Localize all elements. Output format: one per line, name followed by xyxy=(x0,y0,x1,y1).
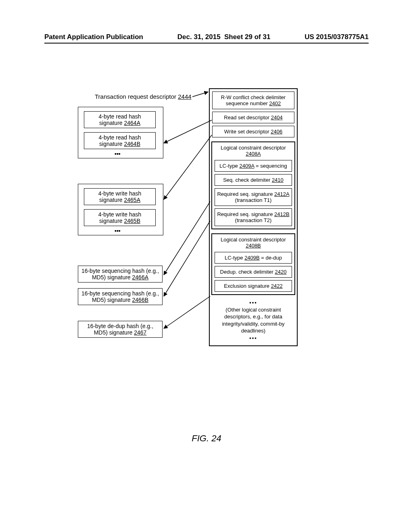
lc-a-required-sig-a-line2: (transaction T1) xyxy=(217,197,290,203)
header-left: Patent Application Publication xyxy=(44,33,143,41)
logical-constraint-a-title: Logical constraint descriptor 2408A xyxy=(212,143,294,158)
write-hash-a-line2: signature 2465A xyxy=(87,197,153,203)
read-hash-a-line2: signature 2464A xyxy=(87,120,153,126)
lc-a-type-ref: 2409A xyxy=(239,163,254,169)
header-right: US 2015/0378775A1 xyxy=(305,33,369,41)
write-hash-ellipsis: ••• xyxy=(115,228,121,234)
write-hash-b-ref: 2465B xyxy=(124,218,140,224)
read-hash-b-line2: signature 2464B xyxy=(87,141,153,147)
header-center: Dec. 31, 2015 Sheet 29 of 31 xyxy=(177,33,271,41)
figure-label: FIG. 24 xyxy=(0,433,413,444)
read-hash-a-line1: 4-byte read hash xyxy=(87,113,153,120)
seq-hash-b-line1: 16-byte sequencing hash (e.g., xyxy=(81,290,160,297)
logical-constraint-b-title: Logical constraint descriptor 2408B xyxy=(212,235,294,249)
lc-a-required-sig-a-line1: Required seq. signature 2412A xyxy=(217,191,290,197)
read-hash-a: 4-byte read hash signature 2464A xyxy=(84,111,156,128)
svg-line-4 xyxy=(164,221,210,296)
lc-b-exclusion-ref: 2422 xyxy=(271,283,283,289)
lc-a-seq-delim-ref: 2410 xyxy=(272,177,284,183)
dedup-hash-line1: 16-byte de-dup hash (e.g., xyxy=(81,323,160,329)
descriptor-column: R-W conflict check delimiter sequence nu… xyxy=(209,88,298,346)
svg-line-5 xyxy=(164,296,210,328)
dedup-hash-ref: 2467 xyxy=(134,329,146,336)
dedup-hash-line2: MD5) signature 2467 xyxy=(81,329,160,336)
lc-b-type: LC-type 2409B = de-dup xyxy=(215,252,292,264)
logical-constraint-b-ref: 2408B xyxy=(246,243,261,249)
lc-a-required-sig-b: Required seq. signature 2412B (transacti… xyxy=(215,208,292,226)
seq-hash-a-line2: MD5) signature 2466A xyxy=(81,274,160,281)
read-set-descriptor: Read set descriptor 2404 xyxy=(212,112,294,123)
write-set-ref: 2406 xyxy=(271,129,282,135)
rw-conflict-delimiter: R-W conflict check delimiter sequence nu… xyxy=(212,91,294,109)
lc-a-required-sig-b-line1: Required seq. signature 2412B xyxy=(217,211,290,217)
write-hash-a-ref: 2465A xyxy=(124,197,140,203)
svg-line-1 xyxy=(164,120,212,143)
lc-a-type: LC-type 2409A = sequencing xyxy=(215,160,292,172)
lc-a-seq-delimiter: Seq. check delimiter 2410 xyxy=(215,174,292,186)
page-header: Patent Application Publication Dec. 31, … xyxy=(44,33,369,44)
seq-hash-b-line2: MD5) signature 2466B xyxy=(81,297,160,303)
other-constraints-note: ••• (Other logical constraint descriptor… xyxy=(210,295,297,345)
lc-a-required-sig-b-ref: 2412B xyxy=(274,211,290,217)
read-set-ref: 2404 xyxy=(271,114,283,121)
lc-b-dedup-delim-ref: 2420 xyxy=(275,269,286,275)
page: Patent Application Publication Dec. 31, … xyxy=(0,0,413,532)
lc-b-dedup-delimiter: Dedup. check delimiter 2420 xyxy=(215,266,292,278)
read-hash-group: 4-byte read hash signature 2464A 4-byte … xyxy=(78,107,163,158)
seq-hash-a: 16-byte sequencing hash (e.g., MD5) sign… xyxy=(78,266,163,283)
write-hash-a-line1: 4-byte write hash xyxy=(87,190,153,197)
diagram-title: Transaction request descriptor 2444 xyxy=(95,93,192,100)
seq-hash-a-line1: 16-byte sequencing hash (e.g., xyxy=(81,268,160,274)
seq-hash-b-ref: 2466B xyxy=(132,297,148,303)
svg-line-2 xyxy=(164,135,212,200)
logical-constraint-a: Logical constraint descriptor 2408A LC-t… xyxy=(211,141,295,229)
lc-a-required-sig-a-ref: 2412A xyxy=(274,191,290,197)
lc-a-required-sig-a: Required seq. signature 2412A (transacti… xyxy=(215,188,292,206)
write-set-descriptor: Write set descriptor 2406 xyxy=(212,126,294,137)
logical-constraint-a-ref: 2408A xyxy=(246,151,261,157)
svg-line-3 xyxy=(164,202,210,275)
seq-hash-a-ref: 2466A xyxy=(132,274,148,281)
read-hash-b-ref: 2464B xyxy=(124,141,140,147)
rw-conflict-line1: R-W conflict check delimiter xyxy=(214,94,292,100)
other-constraints-text: (Other logical constraint descriptors, e… xyxy=(215,306,291,335)
read-hash-a-ref: 2464A xyxy=(124,120,140,126)
read-hash-ellipsis: ••• xyxy=(115,151,121,157)
read-hash-b-line1: 4-byte read hash xyxy=(87,134,153,141)
write-hash-b: 4-byte write hash signature 2465B xyxy=(84,209,156,226)
dedup-hash: 16-byte de-dup hash (e.g., MD5) signatur… xyxy=(78,321,163,338)
note-ellipsis-top: ••• xyxy=(215,299,291,306)
rw-conflict-line2: sequence number 2402 xyxy=(214,100,292,106)
lc-b-exclusion-signature: Exclusion signature 2422 xyxy=(215,280,292,292)
seq-hash-b: 16-byte sequencing hash (e.g., MD5) sign… xyxy=(78,288,163,305)
svg-line-0 xyxy=(192,92,208,97)
diagram-title-text: Transaction request descriptor xyxy=(95,93,176,100)
diagram-title-ref: 2444 xyxy=(178,93,191,100)
read-hash-b: 4-byte read hash signature 2464B xyxy=(84,132,156,149)
write-hash-a: 4-byte write hash signature 2465A xyxy=(84,188,156,205)
write-hash-b-line2: signature 2465B xyxy=(87,218,153,224)
note-ellipsis-bottom: ••• xyxy=(215,335,291,342)
arrows-overlay xyxy=(0,0,413,532)
write-hash-group: 4-byte write hash signature 2465A 4-byte… xyxy=(78,184,163,235)
lc-b-type-ref: 2409B xyxy=(244,255,260,261)
write-hash-b-line1: 4-byte write hash xyxy=(87,211,153,218)
rw-conflict-ref: 2402 xyxy=(269,100,281,106)
logical-constraint-b: Logical constraint descriptor 2408B LC-t… xyxy=(211,233,295,295)
lc-a-required-sig-b-line2: (transaction T2) xyxy=(217,217,290,223)
